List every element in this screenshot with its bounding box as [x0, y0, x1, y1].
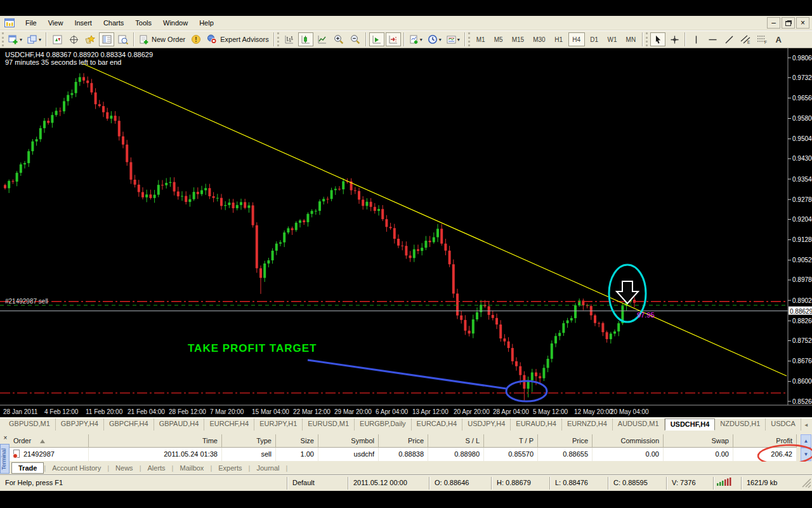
- new-chart-button[interactable]: ▾: [6, 32, 24, 46]
- terminal-tab-mailbox[interactable]: Mailbox: [173, 463, 210, 473]
- symbol-tab-gbpchf-h4[interactable]: GBPCHF,H4: [104, 418, 154, 431]
- symbol-tab-gbpaud-h4[interactable]: GBPAUD,H4: [154, 418, 205, 431]
- symbol-tab-eurnzd-h4[interactable]: EURNZD,H4: [562, 418, 613, 431]
- symbol-tab-usdjpy-h4[interactable]: USDJPY,H4: [462, 418, 511, 431]
- col-header-tp[interactable]: T / P: [484, 434, 538, 448]
- crosshair-tool-button[interactable]: [667, 32, 682, 46]
- status-profile[interactable]: Default: [287, 477, 348, 490]
- bar-chart-mode-button[interactable]: [282, 32, 297, 46]
- zoom-out-button[interactable]: [348, 32, 363, 46]
- symbol-tab-eurjpy-h1[interactable]: EURJPY,H1: [254, 418, 303, 431]
- order-cell-time[interactable]: 2011.05.24 01:38: [89, 448, 222, 461]
- menu-window[interactable]: Window: [157, 17, 193, 29]
- chart-window-icon[interactable]: [2, 16, 17, 30]
- toolbar-grip[interactable]: [277, 32, 279, 46]
- terminal-tab-journal[interactable]: Journal: [250, 463, 285, 473]
- timeframe-mn[interactable]: MN: [622, 32, 640, 46]
- timeframe-h1[interactable]: H1: [551, 32, 567, 46]
- col-header-price-close[interactable]: Price: [538, 434, 593, 448]
- symbol-tab-euraud-h4[interactable]: EURAUD,H4: [511, 418, 562, 431]
- symbol-tab-usdchf-h4[interactable]: USDCHF,H4: [665, 418, 716, 431]
- profiles-button[interactable]: ▾: [25, 32, 43, 46]
- vertical-line-tool-button[interactable]: [688, 32, 704, 46]
- history-center-button[interactable]: [82, 32, 98, 46]
- symbol-tab-eurgbp-daily[interactable]: EURGBP,Daily: [355, 418, 412, 431]
- order-cell-swap[interactable]: 0.00: [664, 448, 733, 461]
- channel-tool-button[interactable]: E: [738, 32, 753, 46]
- col-header-symbol[interactable]: Symbol: [318, 434, 379, 448]
- line-chart-mode-button[interactable]: [315, 32, 330, 46]
- menu-help[interactable]: Help: [193, 17, 219, 29]
- terminal-side-tab[interactable]: Terminal: [0, 444, 10, 474]
- symbol-tab-eurusd-m1[interactable]: EURUSD,M1: [303, 418, 355, 431]
- toolbar-grip[interactable]: [2, 32, 4, 46]
- expert-advisors-button[interactable]: Expert Advisors: [205, 32, 270, 46]
- indicators-button[interactable]: ▾: [407, 32, 424, 46]
- timeframe-d1[interactable]: D1: [586, 32, 603, 46]
- candlestick-mode-button[interactable]: [298, 32, 313, 46]
- chart-shift-button[interactable]: [386, 32, 401, 46]
- toolbar-grip[interactable]: [468, 32, 470, 46]
- terminal-tab-alerts[interactable]: Alerts: [141, 463, 171, 473]
- market-watch-button[interactable]: [49, 32, 65, 46]
- symbol-tab-eurcad-h4[interactable]: EURCAD,H4: [412, 418, 463, 431]
- col-header-type[interactable]: Type: [222, 434, 276, 448]
- templates-button[interactable]: ▾: [445, 32, 462, 46]
- minimize-button[interactable]: –: [767, 17, 780, 29]
- col-header-time[interactable]: Time: [89, 434, 222, 448]
- symbol-tab-usdca[interactable]: USDCA: [766, 418, 801, 431]
- scroll-down-icon[interactable]: ▼: [801, 448, 811, 461]
- col-header-size[interactable]: Size: [276, 434, 318, 448]
- new-order-button[interactable]: New Order: [137, 32, 187, 46]
- chart-area[interactable]: 0.980600.973200.965600.958000.950400.943…: [0, 48, 812, 417]
- terminal-tab-experts[interactable]: Experts: [212, 463, 248, 473]
- symbol-tab-eurchf-h4[interactable]: EURCHF,H4: [204, 418, 254, 431]
- order-cell-profit[interactable]: 206.42: [733, 448, 797, 461]
- menu-charts[interactable]: Charts: [98, 17, 129, 29]
- order-cell-price2[interactable]: 0.88655: [538, 448, 593, 461]
- navigator-button[interactable]: [99, 32, 114, 46]
- zoom-in-button[interactable]: [331, 32, 346, 46]
- order-cell-size[interactable]: 1.00: [276, 448, 318, 461]
- text-tool-button[interactable]: A: [771, 32, 786, 46]
- timeframe-m1[interactable]: M1: [473, 32, 489, 46]
- resize-grip[interactable]: [802, 477, 812, 490]
- cursor-tool-button[interactable]: [650, 32, 665, 46]
- order-cell-type[interactable]: sell: [222, 448, 276, 461]
- terminal-tab-account-history[interactable]: Account History: [46, 463, 107, 473]
- fibonacci-tool-button[interactable]: F: [754, 32, 769, 46]
- col-header-profit[interactable]: Profit: [733, 434, 797, 448]
- price-chart[interactable]: 0.980600.973200.965600.958000.950400.943…: [0, 48, 812, 417]
- timeframe-h4[interactable]: H4: [568, 32, 585, 46]
- symbol-tab-audusd-m1[interactable]: AUDUSD,M1: [613, 418, 665, 431]
- col-header-price[interactable]: Price: [379, 434, 428, 448]
- symbol-tab-nzdusd-h1[interactable]: NZDUSD,H1: [715, 418, 766, 431]
- symbol-tab-gbpusd-m1[interactable]: GBPUSD,M1: [4, 418, 56, 431]
- col-header-commission[interactable]: Commission: [593, 434, 664, 448]
- data-window-button[interactable]: [115, 32, 131, 46]
- timeframe-m30[interactable]: M30: [529, 32, 549, 46]
- toolbar-grip[interactable]: [646, 32, 648, 46]
- timeframe-w1[interactable]: W1: [604, 32, 621, 46]
- col-header-sl[interactable]: S / L: [428, 434, 484, 448]
- order-cell-tp[interactable]: 0.85570: [484, 448, 538, 461]
- terminal-tab-trade[interactable]: Trade: [11, 462, 44, 474]
- timeframe-m15[interactable]: M15: [508, 32, 528, 46]
- terminal-close-icon[interactable]: ×: [2, 435, 9, 442]
- horizontal-line-tool-button[interactable]: [705, 32, 720, 46]
- symbol-tab-gbpjpy-h4[interactable]: GBPJPY,H4: [56, 418, 104, 431]
- menu-insert[interactable]: Insert: [69, 17, 98, 29]
- order-cell-order[interactable]: 21492987: [10, 448, 89, 461]
- alerts-button[interactable]: !: [188, 32, 204, 46]
- terminal-tab-news[interactable]: News: [109, 463, 140, 473]
- order-cell-price[interactable]: 0.88838: [379, 448, 428, 461]
- order-cell-sl[interactable]: 0.88980: [428, 448, 484, 461]
- order-row[interactable]: 214929872011.05.24 01:38sell1.00usdchf0.…: [10, 448, 799, 461]
- close-button[interactable]: ×: [796, 17, 809, 29]
- menu-view[interactable]: View: [43, 17, 69, 29]
- tab-scroll-left-icon[interactable]: ◄: [801, 420, 811, 431]
- order-cell-commission[interactable]: 0.00: [593, 448, 664, 461]
- periods-button[interactable]: ▾: [426, 32, 443, 46]
- order-cell-symbol[interactable]: usdchf: [318, 448, 379, 461]
- navigator-target-button[interactable]: [66, 32, 81, 46]
